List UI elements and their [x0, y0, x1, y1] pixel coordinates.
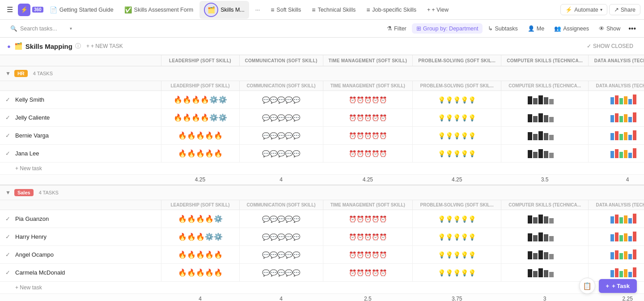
new-task-row-hr[interactable]: + New task — [0, 163, 644, 175]
app-logo[interactable]: ⚡ — [18, 4, 30, 16]
svg-rect-50 — [615, 215, 619, 224]
svg-rect-46 — [538, 215, 543, 224]
assignees-label: Assignees — [563, 26, 589, 32]
nav-right-actions: ⚡ Automate ▾ ↗ Share — [560, 4, 640, 15]
show-btn[interactable]: 👁 Show — [594, 24, 625, 34]
filter-label: Filter — [394, 26, 407, 32]
collapse-list-btn[interactable]: ● — [7, 43, 11, 50]
share-label: Share — [621, 7, 636, 13]
hamburger-btn[interactable]: ☰ — [4, 4, 16, 16]
svg-rect-30 — [624, 132, 627, 140]
table-row[interactable]: ✓ Bernie Varga 🔥🔥🔥🔥🔥 💬💬💬💬💬 ⏰⏰⏰⏰⏰ 💡💡💡💡💡 — [0, 127, 644, 145]
nav-tab-skills-assessment[interactable]: ✅ Skills Assessment Form — [120, 4, 198, 15]
svg-rect-16 — [610, 115, 614, 122]
svg-rect-23 — [533, 134, 538, 140]
me-btn[interactable]: 👤 Me — [523, 23, 549, 34]
list-icon: 🗂️ — [14, 42, 23, 50]
nav-tab-job-specific[interactable]: ≡ Job-specific Skills — [362, 4, 421, 15]
table-row[interactable]: ✓ Jelly Caliente 🔥🔥🔥🔥⚙️⚙️ 💬💬💬💬💬 ⏰⏰⏰⏰⏰ 💡💡… — [0, 109, 644, 127]
job-specific-label: Job-specific Skills — [372, 7, 416, 13]
more-options-btn[interactable]: ••• — [626, 23, 639, 34]
svg-rect-70 — [549, 254, 554, 259]
logo-icon: ⚡ — [21, 6, 28, 13]
svg-rect-26 — [549, 135, 554, 140]
svg-rect-21 — [633, 112, 636, 122]
svg-rect-56 — [533, 235, 538, 241]
clipboard-btn[interactable]: 📋 — [579, 278, 595, 294]
show-closed-btn[interactable]: ✓ SHOW CLOSED — [583, 41, 637, 51]
nav-tab-skills-m[interactable]: 🗂️ Skills M... — [199, 1, 249, 19]
svg-rect-75 — [628, 254, 632, 259]
filter-icon: ⚗ — [387, 25, 392, 32]
svg-rect-15 — [549, 117, 554, 122]
filter-btn[interactable]: ⚗ Filter — [382, 23, 411, 34]
table-row[interactable]: ✓ Angel Ocampo 🔥🔥🔥🔥🔥 💬💬💬💬💬 ⏰⏰⏰⏰⏰ 💡💡💡💡💡 — [0, 246, 644, 264]
more-tabs-btn[interactable]: ··· — [251, 5, 264, 15]
svg-rect-27 — [610, 133, 614, 140]
svg-rect-41 — [624, 150, 627, 158]
col-data-analysis: DATA ANALYSIS (TECHNICAL — [589, 55, 644, 66]
col-time-management: TIME MANAGEMENT (SOFT SKILL) — [323, 55, 413, 66]
skills-assessment-icon: ✅ — [124, 6, 132, 13]
subtasks-btn[interactable]: ↳ Subtasks — [483, 23, 522, 34]
svg-rect-64 — [628, 236, 632, 241]
toolbar-right: ⚗ Filter ⊞ Group by: Department ↳ Subtas… — [382, 23, 639, 34]
table-row[interactable]: ✓ Harry Henry 🔥🔥🔥⚙️⚙️ 💬💬💬💬💬 ⏰⏰⏰⏰⏰ 💡💡💡💡💡 — [0, 228, 644, 246]
technical-icon: ≡ — [312, 6, 315, 13]
automate-btn[interactable]: ⚡ Automate ▾ — [560, 4, 607, 15]
svg-rect-20 — [628, 117, 632, 122]
plus-icon: + — [86, 43, 89, 49]
svg-rect-22 — [528, 132, 532, 140]
svg-rect-39 — [615, 149, 619, 158]
job-specific-icon: ≡ — [366, 6, 370, 13]
check-icon: ✓ — [5, 150, 12, 157]
soft-skills-label: Soft Skills — [276, 7, 301, 13]
new-task-btn[interactable]: + + NEW TASK — [84, 42, 126, 50]
nav-tab-soft-skills[interactable]: ≡ Soft Skills — [266, 4, 305, 15]
svg-rect-62 — [619, 235, 623, 241]
add-view-btn[interactable]: + + View — [423, 5, 453, 15]
info-icon[interactable]: ⓘ — [75, 42, 81, 50]
svg-rect-40 — [619, 152, 623, 158]
svg-rect-25 — [544, 133, 548, 140]
table-row[interactable]: ✓ Jana Lee 🔥🔥🔥🔥🔥 💬💬💬💬💬 ⏰⏰⏰⏰⏰ 💡💡💡💡💡 — [0, 145, 644, 163]
assignees-btn[interactable]: 👥 Assignees — [550, 23, 593, 34]
add-task-btn[interactable]: + + Task — [599, 279, 637, 293]
svg-rect-43 — [633, 148, 636, 158]
table-row[interactable]: ✓ Kelly Smith 🔥🔥🔥🔥⚙️⚙️ 💬💬💬💬💬 ⏰⏰⏰⏰⏰ 💡💡💡💡💡 — [0, 91, 644, 109]
nav-tab-getting-started[interactable]: 📄 Getting Started Guide — [45, 4, 118, 15]
svg-rect-74 — [624, 251, 627, 259]
svg-rect-51 — [619, 217, 623, 224]
list-title: Skills Mapping — [25, 43, 72, 50]
collapse-btn-sales[interactable]: ▼ — [5, 189, 11, 196]
check-icon: ✓ — [5, 132, 12, 139]
check-icon: ✓ — [5, 251, 12, 258]
svg-rect-42 — [628, 153, 632, 158]
table-row[interactable]: ✓ Carmela McDonald 🔥🔥🔥🔥🔥 💬💬💬💬💬 ⏰⏰⏰⏰⏰ 💡💡💡… — [0, 264, 644, 282]
show-label: Show — [606, 26, 620, 32]
group-by-btn[interactable]: ⊞ Group by: Department — [412, 23, 483, 34]
svg-rect-38 — [610, 151, 614, 158]
new-task-row-sales[interactable]: + New task — [0, 282, 644, 294]
nav-tab-technical-skills[interactable]: ≡ Technical Skills — [307, 4, 360, 15]
svg-rect-71 — [610, 252, 614, 259]
svg-rect-69 — [544, 252, 548, 259]
svg-rect-8 — [624, 96, 627, 104]
svg-rect-68 — [538, 250, 543, 259]
collapse-btn-hr[interactable]: ▼ — [5, 70, 11, 77]
show-closed-label: SHOW CLOSED — [593, 43, 633, 49]
svg-rect-82 — [610, 270, 614, 277]
top-nav: ☰ ⚡ 360 📄 Getting Started Guide ✅ Skills… — [0, 0, 644, 20]
svg-rect-7 — [619, 98, 623, 104]
toolbar: 🔍 Search tasks... ▾ ⚗ Filter ⊞ Group by:… — [0, 20, 644, 38]
search-box[interactable]: 🔍 Search tasks... ▾ — [5, 23, 77, 34]
task-name: Bernie Varga — [15, 132, 49, 139]
svg-rect-66 — [528, 251, 532, 259]
table-row[interactable]: ✓ Pia Guanzon 🔥🔥🔥🔥⚙️ 💬💬💬💬💬 ⏰⏰⏰⏰⏰ 💡💡💡💡💡 — [0, 210, 644, 228]
share-btn[interactable]: ↗ Share — [609, 4, 640, 15]
check-icon: ✓ — [5, 269, 12, 276]
svg-rect-61 — [615, 232, 619, 241]
check-icon: ✓ — [5, 233, 12, 240]
check-icon: ✓ — [5, 215, 12, 222]
svg-rect-86 — [628, 272, 632, 277]
